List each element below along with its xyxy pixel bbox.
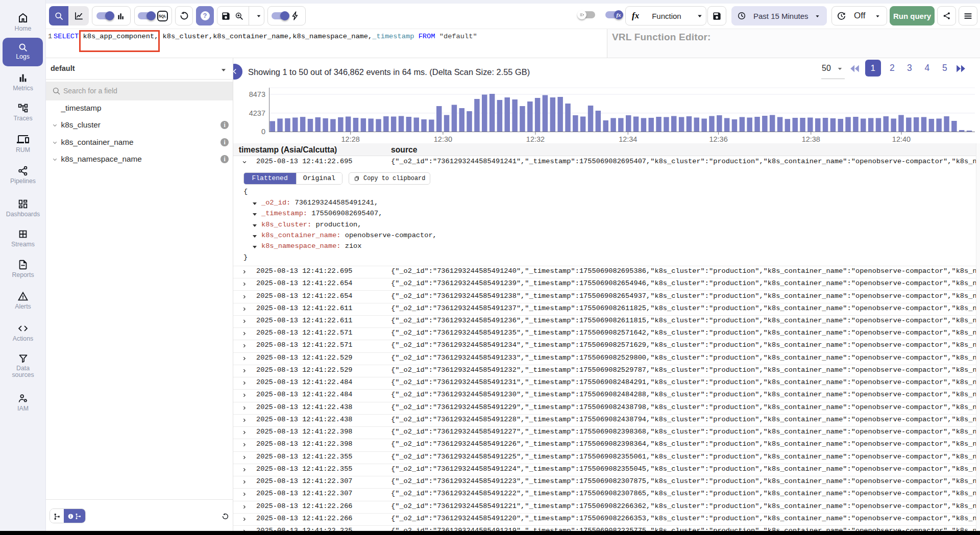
svg-text:12:34: 12:34	[619, 135, 637, 143]
svg-text:12:36: 12:36	[709, 135, 727, 143]
svg-text:12:28: 12:28	[341, 135, 360, 143]
svg-text:12:40: 12:40	[892, 135, 911, 143]
svg-text:4237: 4237	[249, 109, 265, 117]
svg-text:12:30: 12:30	[434, 135, 452, 143]
svg-text:8473: 8473	[249, 90, 265, 98]
svg-text:12:32: 12:32	[526, 135, 545, 143]
svg-text:0: 0	[261, 128, 265, 136]
svg-text:12:38: 12:38	[802, 135, 820, 143]
